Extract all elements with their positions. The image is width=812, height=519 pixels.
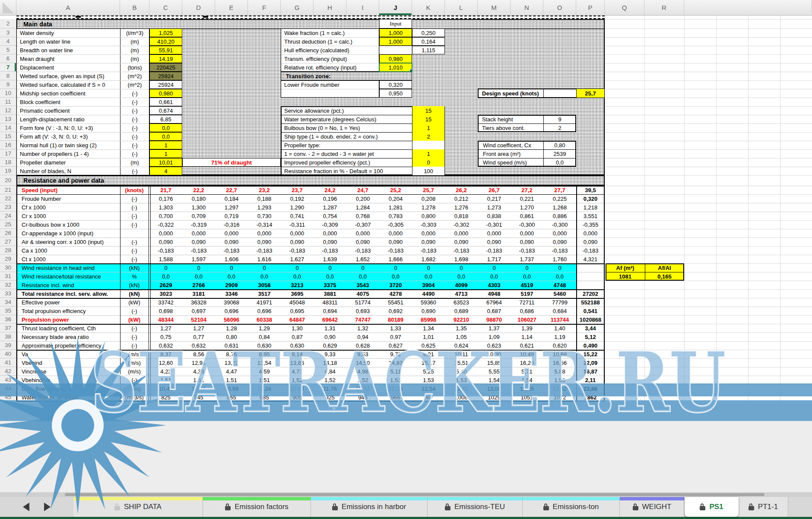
cell-K41[interactable]: 15,17 [412,358,445,367]
cell-H29[interactable]: 1,639 [314,255,346,263]
cell-M36[interactable]: 98870 [478,315,511,324]
cell-E33[interactable]: 3346 [215,289,248,298]
cell-L25[interactable]: -0,302 [445,220,478,229]
cell-D38[interactable]: 0,77 [182,332,215,341]
cell-P44[interactable]: 23,66 [577,384,604,393]
cell-D40[interactable]: 8,56 [182,350,215,358]
cell-G9[interactable]: Lower Froude number [282,80,378,89]
cell-speed-21-3[interactable]: 23,2 [248,186,281,194]
cell-K44[interactable]: 12,54 [412,384,445,393]
cell-G37[interactable]: 1,30 [281,324,314,332]
cell-F41[interactable]: 13,54 [248,358,281,367]
cell-A41[interactable]: Vbehind [19,358,118,367]
cell-J34[interactable]: 55451 [379,298,412,307]
cell-B45[interactable]: (m^3/s) [121,393,148,402]
cell-L30[interactable]: 0 [445,263,478,272]
cell-I35[interactable]: 0,693 [346,307,379,315]
cell-K43[interactable]: 1,53 [412,376,445,384]
cell-P36[interactable]: 1020868 [577,315,604,324]
cell-E45[interactable]: 865 [215,393,248,402]
fill-handle[interactable] [409,69,412,72]
tab-emissions-in-harbor[interactable]: Emissions in harbor [311,497,428,517]
cell-N44[interactable]: 13,35 [511,384,543,393]
cell-N42[interactable]: 5,71 [511,367,543,376]
cell-A15[interactable]: Form aft (V: -3, N: 0, U: +3) [17,132,118,141]
cell-O38[interactable]: 1,19 [543,332,576,341]
cell-B8[interactable]: (m^2) [121,72,149,80]
cell-K34[interactable]: 59360 [412,298,445,307]
cell-P29[interactable]: 4,321 [577,255,604,263]
cell-M16[interactable]: Wind coefficent, Cx [480,141,542,149]
cell-F37[interactable]: 1,29 [248,324,281,332]
row-header-10[interactable]: 10 [0,89,16,98]
row-header-33[interactable]: 33 [0,289,16,298]
cell-K40[interactable]: 9,91 [412,350,445,358]
cell-A31[interactable]: Wind resistance/total resistance [19,272,118,281]
af-header-1[interactable]: Af/Al [645,264,684,272]
cell-C27[interactable]: 0,090 [149,237,182,246]
cell-B31[interactable]: % [121,272,148,281]
cell-M35[interactable]: 0,687 [478,307,511,315]
cell-K39[interactable]: 0,625 [412,341,445,350]
cell-G7[interactable]: Relative rot. efficiency (input) [282,63,378,72]
cell-G16[interactable]: Propeller type: [282,141,411,149]
tab-ship-data[interactable]: SHIP DATA [73,497,203,517]
column-header-O[interactable]: O [543,0,576,16]
cell-M17[interactable]: Front area (m²) [480,149,542,158]
cell-H35[interactable]: 0,694 [314,307,346,315]
cell-A29[interactable]: Ct x 1000 [19,255,118,263]
cell-C19[interactable]: 4 [149,167,182,175]
cell-C25[interactable]: -0,322 [149,220,182,229]
row-header-29[interactable]: 29 [0,255,16,263]
cell-B42[interactable]: (m/s) [121,367,148,376]
cell-O22[interactable]: 0,225 [543,194,576,203]
cell-N22[interactable]: 0,221 [511,194,543,203]
cell-A28[interactable]: Ca x 1000 [19,246,118,255]
cell-E31[interactable]: 0,0 [215,272,248,281]
cell-E28[interactable]: -0,183 [215,246,248,255]
cell-D27[interactable]: 0,090 [182,237,215,246]
cell-J10[interactable]: 0,950 [379,89,412,98]
row-header-36[interactable]: 36 [0,315,16,324]
cell-P33[interactable]: 27202 [577,289,604,298]
cell-O31[interactable]: 0,0 [543,272,576,281]
cell-M23[interactable]: 1,273 [478,203,511,212]
cell-O44[interactable]: 13,62 [543,384,576,393]
cell-I40[interactable]: 9,53 [346,350,379,358]
cell-K38[interactable]: 1,01 [412,332,445,341]
cell-F24[interactable]: 0,730 [248,212,281,220]
cell-speed-21-6[interactable]: 24,7 [346,186,379,194]
cell-C31[interactable]: 0,0 [149,272,182,281]
cell-G43[interactable]: 1,52 [281,376,314,384]
row-header-45[interactable]: 45 [0,393,16,402]
cell-J4[interactable]: 1,000 [379,37,412,46]
cell-A22[interactable]: Froude Number [19,194,118,203]
cell-F42[interactable]: 4,59 [248,367,281,376]
row-header-17[interactable]: 17 [0,149,16,158]
cell-G41[interactable]: 13,86 [281,358,314,367]
cell-N36[interactable]: 106027 [511,315,543,324]
cell-G40[interactable]: 9,14 [281,350,314,358]
cell-K26[interactable]: 0,000 [412,229,445,237]
cell-D24[interactable]: 0,709 [182,212,215,220]
row-header-14[interactable]: 14 [0,123,16,132]
row-header-26[interactable]: 26 [0,229,16,237]
cell-D41[interactable]: 12,91 [182,358,215,367]
cell-N25[interactable]: -0,300 [511,220,543,229]
cell-H30[interactable]: 0 [314,263,346,272]
cell-M10[interactable]: Design speed (knots) [479,89,542,98]
cell-J26[interactable]: 0,000 [379,229,412,237]
row-header-31[interactable]: 31 [0,272,16,281]
row-header-18[interactable]: 18 [0,158,16,167]
cell-C24[interactable]: 0,700 [149,212,182,220]
cell-O13[interactable]: 9 [543,115,576,123]
selected-cell-outline[interactable] [379,63,412,72]
cell-N28[interactable]: -0,183 [511,246,543,255]
cell-G17[interactable]: 1 = conv. - 2 = ducted - 3 = water jet [282,149,411,158]
cell-M24[interactable]: 0,838 [478,212,511,220]
cell-M29[interactable]: 1,717 [478,255,511,263]
cell-B12[interactable]: (-) [121,106,149,115]
cell-O17[interactable]: 2539 [543,149,576,158]
cell-M43[interactable]: 1,54 [478,376,511,384]
row-header-15[interactable]: 15 [0,132,16,141]
